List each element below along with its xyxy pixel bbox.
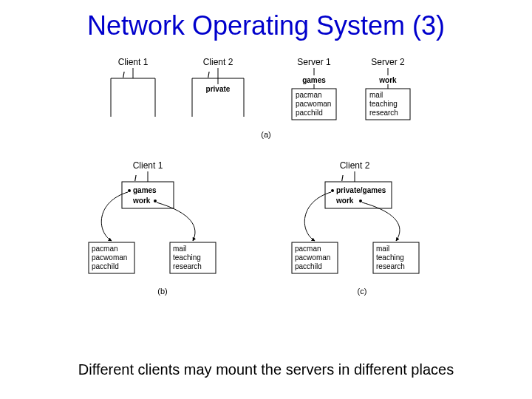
b-m1: games xyxy=(133,186,157,194)
c-a-i1: pacman xyxy=(295,245,321,253)
b-a-i2: pacwoman xyxy=(92,253,127,262)
b-a-i3: pacchild xyxy=(92,262,119,270)
svg-point-23 xyxy=(331,189,334,192)
svg-point-17 xyxy=(128,189,131,192)
top-client2: Client 2 / private xyxy=(192,58,244,117)
server2-i2: teaching xyxy=(369,100,398,108)
server2-dir: work xyxy=(378,76,397,84)
b-b-i2: teaching xyxy=(173,253,201,262)
b-b-i3: research xyxy=(173,262,202,270)
bottom-right: Client 2 / private/games work pacman pac… xyxy=(292,160,419,273)
header-b: Client 1 xyxy=(133,160,163,171)
diagram: Client 1 / Client 2 / private Server 1 g… xyxy=(81,58,451,338)
c-b-i2: teaching xyxy=(376,253,404,262)
header-client2: Client 2 xyxy=(203,58,233,67)
root-b: / xyxy=(134,174,137,183)
top-server1: Server 1 games pacman pacwoman pacchild xyxy=(292,58,336,120)
slide-title: Network Operating System (3) xyxy=(0,10,532,41)
b-b-i1: mail xyxy=(173,245,186,253)
root-c: / xyxy=(341,174,344,183)
label-a: (a) xyxy=(261,130,270,139)
server1-dir: games xyxy=(302,76,326,84)
label-b: (b) xyxy=(157,287,167,296)
b-m2: work xyxy=(132,197,151,205)
top-server2: Server 2 work mail teaching research xyxy=(366,58,410,120)
client2-private: private xyxy=(206,85,231,93)
header-server1: Server 1 xyxy=(297,58,331,67)
header-server2: Server 2 xyxy=(371,58,405,67)
slide-caption: Different clients may mount the servers … xyxy=(0,361,532,378)
server1-i3: pacchild xyxy=(296,109,323,117)
svg-point-24 xyxy=(359,200,362,202)
c-a-i3: pacchild xyxy=(295,262,322,270)
c-b-i1: mail xyxy=(376,245,389,253)
server1-i1: pacman xyxy=(296,91,322,99)
c-b-i3: research xyxy=(376,262,405,270)
c-a-i2: pacwoman xyxy=(295,253,330,262)
server2-i1: mail xyxy=(369,91,383,99)
server2-i3: research xyxy=(369,109,398,117)
b-a-i1: pacman xyxy=(92,245,118,253)
bottom-left: Client 1 / games work pacman pacwoman pa… xyxy=(89,160,216,273)
c-m2: work xyxy=(335,197,354,205)
header-client1: Client 1 xyxy=(118,58,149,67)
root-client1: / xyxy=(123,71,125,79)
root-client2: / xyxy=(208,71,210,79)
c-m1: private/games xyxy=(336,186,386,194)
top-client1: Client 1 / xyxy=(111,58,155,117)
header-c: Client 2 xyxy=(340,160,370,171)
label-c: (c) xyxy=(358,287,367,296)
server1-i2: pacwoman xyxy=(296,100,331,108)
svg-point-18 xyxy=(154,200,157,202)
